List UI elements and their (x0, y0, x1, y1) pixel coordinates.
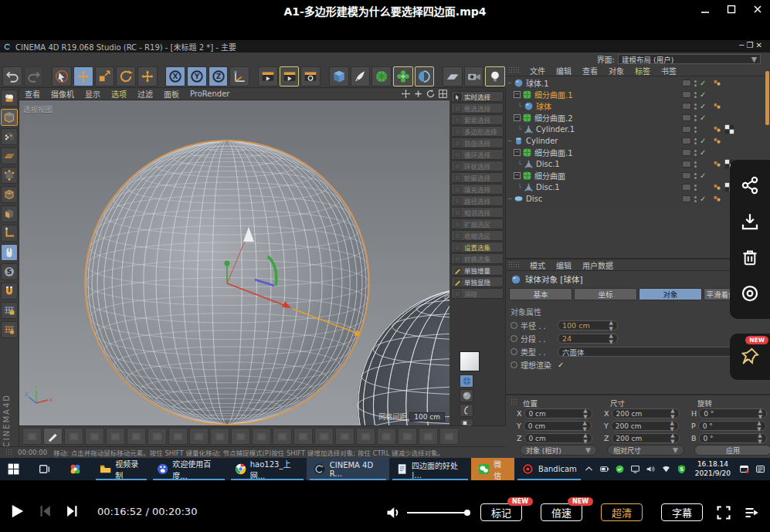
modeling-tool-button[interactable] (398, 428, 417, 445)
mode-strip-button[interactable] (460, 374, 473, 388)
palette-command[interactable]: 自由选择 (451, 137, 504, 148)
object-row[interactable]: ─ − 球体.1 ✓ (506, 77, 770, 89)
tool-button[interactable] (351, 66, 371, 86)
coord-input[interactable]: 0 cm▲▼ (524, 421, 592, 431)
modeling-tool-button[interactable] (85, 428, 104, 445)
taskbar-item[interactable]: CINEMA 4D R... (307, 458, 388, 480)
object-row[interactable]: ─ − Cylinder ✓ (506, 135, 770, 147)
palette-command[interactable]: 消除 (451, 288, 504, 299)
taskbar-item[interactable]: 微信 (471, 458, 514, 480)
layer-chip[interactable] (682, 195, 691, 202)
apply-button[interactable]: 应用 (694, 445, 770, 456)
mode-button[interactable] (1, 109, 18, 126)
modeling-tool-button[interactable] (231, 428, 250, 445)
modeling-tool-button[interactable] (252, 428, 271, 445)
tool-button[interactable] (2, 66, 22, 86)
player-button[interactable]: 超清 (601, 503, 643, 521)
player-button[interactable]: 倍速NEW (541, 503, 582, 521)
dots2-tag-icon[interactable] (712, 136, 722, 146)
enabled-check[interactable]: ✓ (700, 137, 709, 145)
modeling-tool-button[interactable] (43, 428, 63, 445)
enabled-check[interactable]: ✓ (700, 171, 709, 180)
palette-command[interactable]: 相邻选择 (451, 207, 504, 218)
mode-button[interactable]: S (1, 263, 18, 280)
material-swatch[interactable] (460, 351, 480, 371)
object-row[interactable]: − 细分曲面.1 ✓ (506, 89, 770, 100)
tool-button[interactable] (24, 66, 44, 86)
previous-button[interactable] (37, 503, 53, 519)
interface-select[interactable]: 建模布局 (用户)▼ (618, 54, 761, 64)
palette-command[interactable]: 设置选集 (451, 242, 504, 252)
modeling-tool-button[interactable] (148, 428, 167, 445)
palette-command[interactable]: 实时选择 (451, 91, 504, 102)
taskbar-item[interactable] (31, 458, 62, 480)
param-input[interactable]: 24▲▼ (558, 334, 618, 344)
mode-button[interactable] (1, 283, 18, 300)
tool-button[interactable] (95, 66, 115, 86)
om-menu-item[interactable]: 对象 (603, 65, 629, 76)
rotate-view-icon[interactable] (426, 89, 436, 99)
layer-chip[interactable] (682, 137, 691, 144)
mode-button[interactable] (1, 302, 18, 319)
dots2-tag-icon[interactable] (712, 159, 722, 169)
visibility-dots[interactable] (694, 161, 697, 168)
coord-input[interactable]: 0 °▲▼ (699, 433, 767, 443)
mode-button[interactable] (1, 186, 18, 203)
tool-button[interactable] (329, 66, 349, 86)
palette-command[interactable]: 多边形选择 (451, 126, 504, 137)
mode-button[interactable] (1, 205, 18, 222)
om-menu-item[interactable]: 文件 (524, 65, 551, 76)
layer-chip[interactable] (682, 103, 691, 110)
palette-command[interactable]: 填充选择 (451, 184, 504, 195)
palette-command[interactable]: 路径选择 (451, 195, 504, 206)
mode-button[interactable] (1, 167, 18, 184)
mode-button[interactable] (1, 147, 18, 164)
c4d-window-controls[interactable]: ─ ❐ ✕ (739, 41, 762, 49)
player-button[interactable]: 字幕 (661, 503, 703, 521)
palette-command[interactable]: 框选选择 (451, 103, 504, 114)
object-row[interactable]: └ − Cylinder.1 ✓ (506, 124, 770, 135)
modeling-tool-button[interactable] (314, 428, 334, 445)
modeling-tool-button[interactable] (189, 428, 209, 445)
palette-command[interactable]: 单独显隐 (451, 276, 504, 287)
palette-command[interactable]: 扩展选区 (451, 219, 504, 229)
dots2-tag-icon[interactable] (712, 101, 722, 111)
pin-icon[interactable] (740, 347, 760, 367)
layer-chip[interactable] (682, 91, 691, 98)
taskbar-item[interactable]: 视频录制 (93, 458, 150, 480)
expand-icon[interactable]: − (514, 149, 521, 156)
enabled-check[interactable]: ✓ (700, 102, 709, 110)
next-button[interactable] (65, 503, 80, 519)
drag-handle[interactable] (511, 398, 517, 406)
close-icon[interactable] (751, 3, 764, 15)
mode-button[interactable] (1, 225, 18, 242)
enabled-check[interactable]: ✓ (700, 195, 709, 203)
viewport-menu-item[interactable]: 选项 (106, 88, 132, 100)
visibility-dots[interactable] (694, 173, 697, 179)
layer-chip[interactable] (682, 161, 691, 168)
coord-input[interactable]: 200 cm▲▼ (611, 421, 679, 431)
coord-mode-select[interactable]: 对象 (相对)▼ (520, 445, 597, 456)
am-menu-item[interactable]: 模式 (524, 259, 551, 271)
tool-button[interactable] (229, 66, 249, 86)
palette-command[interactable]: 循环选择 (451, 149, 504, 160)
tool-button[interactable] (258, 66, 278, 86)
expand-icon[interactable]: − (514, 91, 521, 98)
tool-button[interactable]: Y (187, 66, 207, 86)
enabled-check[interactable]: ✓ (700, 79, 709, 87)
volume-control[interactable] (385, 505, 467, 520)
drag-handle[interactable] (508, 261, 519, 269)
modeling-tool-button[interactable] (335, 428, 354, 445)
param-knob[interactable] (511, 335, 517, 342)
coord-input[interactable]: 0 cm▲▼ (524, 433, 592, 443)
tool-button[interactable] (485, 66, 505, 86)
playlist-icon[interactable] (744, 505, 759, 520)
play-button[interactable] (9, 503, 25, 519)
coord-input[interactable]: 200 cm▲▼ (612, 433, 680, 443)
modeling-tool-button[interactable] (106, 428, 125, 445)
tool-button[interactable] (300, 66, 321, 86)
coord-input[interactable]: 0 cm▲▼ (524, 408, 592, 418)
panes-icon[interactable] (438, 89, 448, 99)
am-tab[interactable]: 基本 (509, 288, 572, 300)
mode-button[interactable] (1, 128, 18, 145)
